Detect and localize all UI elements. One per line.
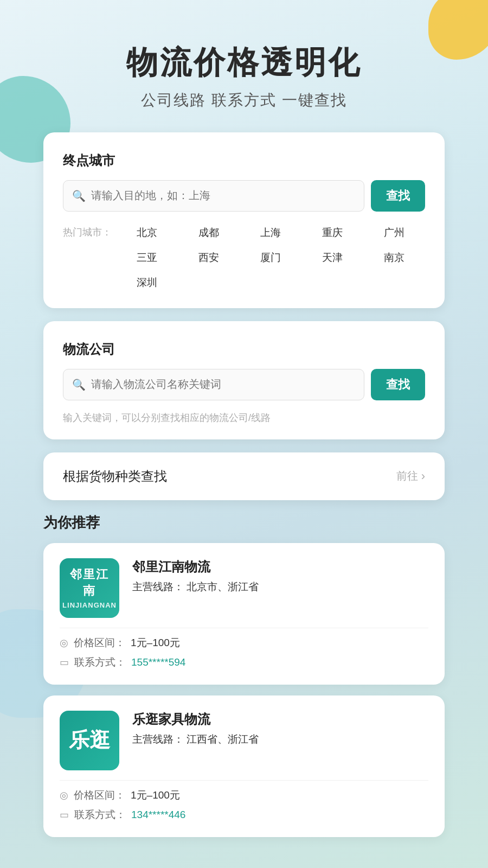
- route-value-1: 江西省、浙江省: [187, 733, 259, 745]
- price-value-1: 1元–100元: [131, 788, 180, 802]
- hot-cities-row: 热门城市： 北京成都上海重庆广州三亚西安厦门天津南京深圳: [63, 222, 425, 293]
- recommend-title: 为你推荐: [43, 513, 445, 532]
- city-tag[interactable]: 成都: [178, 222, 240, 243]
- sub-title: 公司线路 联系方式 一键查找: [22, 90, 466, 111]
- destination-input-wrap: 🔍: [63, 180, 364, 212]
- header: 物流价格透明化 公司线路 联系方式 一键查找: [0, 0, 488, 132]
- category-goto-label: 前往: [396, 469, 418, 483]
- company-name-1: 乐逛家具物流: [132, 711, 428, 728]
- company-info-1: 乐逛家具物流 主营线路： 江西省、浙江省: [132, 711, 428, 746]
- phone-value-0[interactable]: 155*****594: [131, 656, 185, 668]
- route-label-0: 主营线路：: [132, 581, 184, 592]
- category-label: 根据货物种类查找: [63, 468, 167, 485]
- divider-1: [60, 780, 428, 781]
- route-label-1: 主营线路：: [132, 733, 184, 745]
- category-right: 前往 ›: [396, 469, 425, 483]
- destination-search-row: 🔍 查找: [63, 180, 425, 212]
- company-search-icon: 🔍: [72, 378, 86, 391]
- phone-row-1: ▭ 联系方式： 134*****446: [60, 808, 428, 822]
- city-tag[interactable]: 天津: [301, 247, 363, 268]
- price-value-0: 1元–100元: [131, 636, 180, 650]
- company-item-0: 邻里江南 LINJIANGNAN 邻里江南物流 主营线路： 北京市、浙江省 ◎ …: [43, 543, 445, 685]
- company-hint: 输入关键词，可以分别查找相应的物流公司/线路: [63, 411, 425, 424]
- cities-grid: 北京成都上海重庆广州三亚西安厦门天津南京深圳: [116, 222, 425, 293]
- company-card: 物流公司 🔍 查找 输入关键词，可以分别查找相应的物流公司/线路: [43, 321, 445, 439]
- logo-line1-0: 邻里江南: [64, 566, 115, 599]
- company-search-button[interactable]: 查找: [371, 369, 425, 400]
- company-details-1: ◎ 价格区间： 1元–100元 ▭ 联系方式： 134*****446: [60, 788, 428, 822]
- city-tag[interactable]: 厦门: [240, 247, 301, 268]
- company-item-1: 乐逛 乐逛家具物流 主营线路： 江西省、浙江省 ◎ 价格区间： 1元–100元: [43, 695, 445, 837]
- phone-value-1[interactable]: 134*****446: [131, 809, 185, 821]
- content: 终点城市 🔍 查找 热门城市： 北京成都上海重庆广州三亚西安厦门天津南京深圳 物…: [0, 132, 488, 868]
- city-tag[interactable]: 广州: [363, 222, 425, 243]
- destination-search-icon: 🔍: [72, 189, 86, 202]
- route-value-0: 北京市、浙江省: [187, 581, 259, 592]
- destination-search-input[interactable]: [91, 189, 355, 202]
- recommend-section: 为你推荐 邻里江南 LINJIANGNAN 邻里江南物流 主营线路： 北京市、浙…: [43, 513, 445, 837]
- company-name-0: 邻里江南物流: [132, 558, 428, 576]
- price-label-1: 价格区间：: [74, 788, 125, 802]
- phone-icon-0: ▭: [60, 656, 69, 668]
- company-info-0: 邻里江南物流 主营线路： 北京市、浙江省: [132, 558, 428, 594]
- company-details-0: ◎ 价格区间： 1元–100元 ▭ 联系方式： 155*****594: [60, 636, 428, 669]
- phone-icon-1: ▭: [60, 809, 69, 821]
- city-tag[interactable]: 重庆: [301, 222, 363, 243]
- city-tag[interactable]: 三亚: [116, 247, 178, 268]
- divider-0: [60, 628, 428, 628]
- phone-row-0: ▭ 联系方式： 155*****594: [60, 655, 428, 669]
- city-tag[interactable]: 深圳: [116, 272, 178, 293]
- company-logo-1: 乐逛: [60, 711, 119, 770]
- price-row-1: ◎ 价格区间： 1元–100元: [60, 788, 428, 802]
- city-tag[interactable]: 北京: [116, 222, 178, 243]
- logo-text-1: 乐逛: [69, 726, 110, 754]
- destination-search-button[interactable]: 查找: [371, 180, 425, 212]
- company-title: 物流公司: [63, 341, 425, 358]
- price-icon-0: ◎: [60, 637, 68, 649]
- company-search-row: 🔍 查找: [63, 369, 425, 400]
- company-logo-0: 邻里江南 LINJIANGNAN: [60, 558, 119, 618]
- hot-cities-label: 热门城市：: [63, 222, 112, 242]
- logo-line2-0: LINJIANGNAN: [62, 601, 117, 609]
- city-tag[interactable]: 西安: [178, 247, 240, 268]
- price-row-0: ◎ 价格区间： 1元–100元: [60, 636, 428, 650]
- city-tag[interactable]: 南京: [363, 247, 425, 268]
- price-label-0: 价格区间：: [74, 636, 125, 650]
- category-card[interactable]: 根据货物种类查找 前往 ›: [43, 452, 445, 500]
- category-chevron-icon: ›: [421, 469, 425, 483]
- phone-label-0: 联系方式：: [74, 655, 126, 669]
- company-search-input[interactable]: [91, 378, 355, 391]
- company-top-0: 邻里江南 LINJIANGNAN 邻里江南物流 主营线路： 北京市、浙江省: [60, 558, 428, 618]
- destination-title: 终点城市: [63, 152, 425, 169]
- company-route-0: 主营线路： 北京市、浙江省: [132, 580, 428, 594]
- phone-label-1: 联系方式：: [74, 808, 126, 822]
- company-input-wrap: 🔍: [63, 369, 364, 400]
- price-icon-1: ◎: [60, 789, 68, 801]
- company-route-1: 主营线路： 江西省、浙江省: [132, 732, 428, 746]
- city-tag[interactable]: 上海: [240, 222, 301, 243]
- destination-card: 终点城市 🔍 查找 热门城市： 北京成都上海重庆广州三亚西安厦门天津南京深圳: [43, 132, 445, 308]
- company-top-1: 乐逛 乐逛家具物流 主营线路： 江西省、浙江省: [60, 711, 428, 770]
- main-title: 物流价格透明化: [22, 43, 466, 81]
